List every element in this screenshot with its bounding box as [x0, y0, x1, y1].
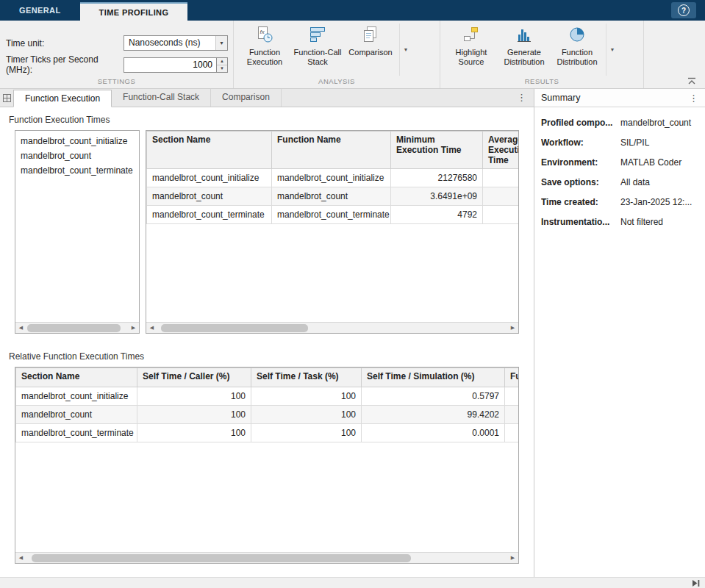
table-header-row: Section Name Self Time / Caller (%) Self… [16, 368, 520, 387]
spin-down-icon[interactable]: ▼ [217, 65, 227, 72]
ribbon-tab-time-profiling[interactable]: TIME PROFILING [80, 2, 188, 21]
field-value: Not filtered [620, 217, 698, 227]
scroll-thumb[interactable] [32, 554, 412, 562]
timer-ticks-label: Timer Ticks per Second (MHz): [6, 54, 124, 75]
scroll-thumb[interactable] [27, 324, 121, 332]
cell-function: mandelbrot_count_terminate [272, 206, 391, 224]
timer-ticks-input[interactable] [124, 57, 217, 73]
function-distribution-button[interactable]: Function Distribution [551, 24, 604, 76]
list-item[interactable]: mandelbrot_count [21, 148, 139, 163]
time-unit-label: Time unit: [6, 38, 124, 49]
field-value: MATLAB Coder [620, 157, 698, 168]
generate-distribution-button[interactable]: Generate Distribution [498, 24, 551, 76]
cell-caller: 100 [137, 387, 251, 406]
cell-avg [483, 169, 520, 187]
panel-grid-icon[interactable] [0, 89, 13, 107]
list-item[interactable]: mandelbrot_count_initialize [21, 134, 139, 148]
col-section-name[interactable]: Section Name [16, 368, 137, 387]
cell-avg [483, 187, 520, 206]
cell-task: 100 [251, 387, 362, 406]
function-listbox: mandelbrot_count_initialize mandelbrot_c… [15, 130, 140, 334]
cell-section: mandelbrot_count_terminate [147, 206, 272, 224]
list-item[interactable]: mandelbrot_count_terminate [21, 163, 139, 178]
scroll-thumb[interactable] [161, 324, 308, 332]
svg-text:fx: fx [260, 29, 265, 35]
cell-min: 21276580 [391, 169, 483, 187]
timer-ticks-stepper: ▲ ▼ [124, 57, 228, 73]
ribbon-tabbar: GENERAL TIME PROFILING ? [0, 0, 705, 21]
analysis-more-dropdown[interactable]: ▼ [399, 24, 412, 76]
scroll-left-icon[interactable]: ◀ [15, 553, 26, 563]
col-avg-exec-time[interactable]: Average Execution Time [483, 132, 520, 169]
col-section-name[interactable]: Section Name [147, 132, 272, 169]
code-profile-analyzer-window: GENERAL TIME PROFILING ? Time unit: Nano… [0, 0, 705, 588]
cell-section: mandelbrot_count_initialize [16, 387, 137, 406]
cell-task: 100 [251, 406, 362, 424]
scroll-left-icon[interactable]: ◀ [146, 323, 157, 333]
highlight-source-button[interactable]: Highlight Source [445, 24, 498, 76]
relative-times-title: Relative Function Execution Times [9, 351, 534, 362]
collapse-ribbon-icon[interactable] [686, 76, 698, 86]
ribbon-group-results: Highlight Source Generate [440, 21, 644, 88]
cell-simulation: 0.0001 [362, 424, 505, 442]
table-row[interactable]: mandelbrot_count 100 100 99.4202 [16, 406, 520, 424]
summary-fields: Profiled compo... mandelbrot_count Workf… [534, 107, 705, 237]
field-label: Instrumentatio... [541, 217, 620, 227]
highlight-source-icon [462, 26, 480, 48]
chevron-down-icon[interactable]: ▼ [215, 36, 227, 50]
summary-panel: Summary ⋮ Profiled compo... mandelbrot_c… [534, 89, 705, 577]
col-self-time-caller[interactable]: Self Time / Caller (%) [137, 368, 251, 387]
exec-times-title: Function Execution Times [9, 115, 534, 125]
summary-menu-icon[interactable]: ⋮ [689, 93, 698, 104]
jump-to-end-icon[interactable] [691, 579, 701, 587]
scroll-track[interactable] [26, 553, 507, 563]
comparison-icon [362, 26, 379, 48]
field-value: All data [620, 177, 698, 187]
time-unit-dropdown[interactable]: Nanoseconds (ns) ▼ [124, 35, 228, 51]
table-row[interactable]: mandelbrot_count mandelbrot_count 3.6491… [147, 187, 520, 206]
cell-section: mandelbrot_count [16, 406, 137, 424]
col-self-time-task[interactable]: Self Time / Task (%) [251, 368, 362, 387]
function-call-stack-button[interactable]: Function-Call Stack [291, 24, 344, 76]
listbox-hscrollbar: ◀ ▶ [15, 322, 139, 333]
tab-overflow-menu-icon[interactable]: ⋮ [509, 89, 534, 107]
col-function[interactable]: Function [505, 368, 520, 387]
scroll-left-icon[interactable]: ◀ [15, 323, 26, 333]
main-panel: Function Execution Function-Call Stack C… [0, 89, 534, 577]
relative-times-table-card: Section Name Self Time / Caller (%) Self… [15, 367, 519, 564]
scroll-track[interactable] [26, 323, 128, 333]
exec-times-table-card: Section Name Function Name Minimum Execu… [146, 130, 519, 334]
scroll-right-icon[interactable]: ▶ [128, 323, 139, 333]
tab-comparison[interactable]: Comparison [211, 89, 282, 107]
table-row[interactable]: mandelbrot_count_initialize 100 100 0.57… [16, 387, 520, 406]
question-mark-icon: ? [678, 4, 690, 16]
spin-up-icon[interactable]: ▲ [217, 58, 227, 65]
scroll-right-icon[interactable]: ▶ [507, 323, 518, 333]
results-more-dropdown[interactable]: ▼ [606, 24, 618, 76]
table-row[interactable]: mandelbrot_count_terminate mandelbrot_co… [147, 206, 520, 224]
table-row[interactable]: mandelbrot_count_initialize mandelbrot_c… [147, 169, 520, 187]
tab-function-execution[interactable]: Function Execution [13, 90, 112, 107]
tab-function-call-stack[interactable]: Function-Call Stack [112, 89, 211, 107]
field-value: SIL/PIL [620, 137, 698, 148]
analysis-group-label: ANALYSIS [234, 76, 440, 88]
scroll-right-icon[interactable]: ▶ [507, 553, 518, 563]
field-label: Workflow: [541, 137, 620, 148]
cell-function: mandelbrot_count [272, 187, 391, 206]
col-function-name[interactable]: Function Name [272, 132, 391, 169]
cell-function: mandelbrot_count_initialize [272, 169, 391, 187]
ribbon-tab-general[interactable]: GENERAL [0, 0, 80, 21]
status-bar [0, 577, 705, 588]
button-label: Highlight Source [445, 48, 498, 67]
cell-task: 100 [251, 424, 362, 442]
field-label: Save options: [541, 177, 620, 187]
help-button[interactable]: ? [671, 2, 696, 18]
table-row[interactable]: mandelbrot_count_terminate 100 100 0.000… [16, 424, 520, 442]
scroll-track[interactable] [157, 323, 507, 333]
ribbon: Time unit: Nanoseconds (ns) ▼ Timer Tick… [0, 21, 705, 89]
col-min-exec-time[interactable]: Minimum Execution Time [391, 132, 483, 169]
col-self-time-simulation[interactable]: Self Time / Simulation (%) [362, 368, 505, 387]
function-execution-button[interactable]: fx Function Execution [238, 24, 291, 76]
comparison-button[interactable]: Comparison [344, 24, 397, 76]
time-unit-value: Nanoseconds (ns) [124, 36, 215, 50]
